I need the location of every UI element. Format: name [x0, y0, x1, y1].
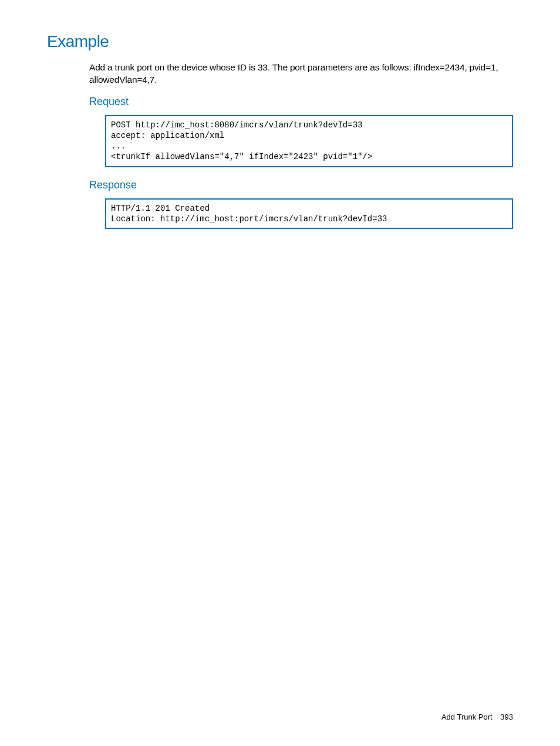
- footer-title: Add Trunk Port: [441, 713, 492, 721]
- footer-page-number: 393: [500, 713, 513, 721]
- section-heading: Example: [47, 32, 513, 51]
- response-heading: Response: [89, 179, 513, 191]
- section-description: Add a trunk port on the device whose ID …: [89, 62, 513, 86]
- page-footer: Add Trunk Port 393: [441, 713, 513, 721]
- request-code-block: POST http://imc_host:8080/imcrs/vlan/tru…: [105, 115, 513, 167]
- response-code-block: HTTP/1.1 201 Created Location: http://im…: [105, 198, 513, 229]
- request-heading: Request: [89, 96, 513, 108]
